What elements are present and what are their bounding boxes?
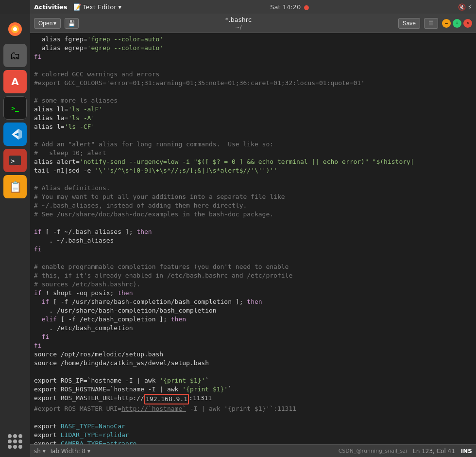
code-line: # sleep 10; alert <box>34 149 476 158</box>
clock: Sat 14:20 <box>270 3 301 11</box>
maximize-button[interactable]: + <box>453 19 461 28</box>
code-line: if [ -f ~/.bash_aliases ]; then <box>34 228 476 236</box>
code-line: #export GCC_COLORS='error=01;31:warning=… <box>34 79 476 88</box>
file-title: *.bashrc ~/ <box>83 16 394 31</box>
code-line: # enable programmable completion feature… <box>34 263 476 271</box>
code-line: alias fgrep='fgrep --color=auto' <box>34 35 476 44</box>
code-line: . /usr/share/bash-completion/bash_comple… <box>34 306 476 315</box>
code-line: alias l='ls -CF' <box>34 123 476 131</box>
minimize-button[interactable]: – <box>442 19 451 28</box>
status-bar: sh ▾ Tab Width: 8 ▾ CSDN_@running_snail_… <box>30 444 476 457</box>
code-editor[interactable]: alias fgrep='fgrep --color=auto' alias e… <box>30 33 476 444</box>
svg-point-2 <box>13 27 17 31</box>
sidebar-icon-console[interactable]: >_ <box>3 149 27 172</box>
code-line: elif [ -f /etc/bash_completion ]; then <box>34 315 476 324</box>
toolbar: Open ▾ 💾 *.bashrc ~/ Save ☰ – + × <box>30 14 476 33</box>
code-line: fi <box>34 53 476 61</box>
activities-button[interactable]: Activities <box>34 3 68 11</box>
open-button[interactable]: Open ▾ <box>34 18 61 29</box>
code-line: # colored GCC warnings and errors <box>34 70 476 79</box>
editor-mode: INS <box>461 448 472 455</box>
code-line: tail -n1|sed -e '\''s/^\s*[0-9]\+\s*//;s… <box>34 166 476 175</box>
code-line: source /opt/ros/melodic/setup.bash <box>34 350 476 359</box>
sidebar-apps-grid[interactable] <box>3 430 27 453</box>
code-line: if [ -f /usr/share/bash-completion/bash_… <box>34 298 476 306</box>
window-controls: – + × <box>442 19 472 28</box>
save-doc-button[interactable]: 💾 <box>65 18 79 29</box>
sidebar-icon-terminal[interactable]: >_ <box>3 96 27 120</box>
code-line: alias egrep='egrep --color=auto' <box>34 44 476 53</box>
language-selector[interactable]: sh ▾ <box>34 448 46 455</box>
status-icons: 🔇 ⚡ <box>458 3 472 11</box>
code-line <box>34 368 476 376</box>
code-line: # Alias definitions. <box>34 184 476 193</box>
code-line: # See /usr/share/doc/bash-doc/examples i… <box>34 210 476 219</box>
code-line: export BASE_TYPE=NanoCar <box>34 422 476 431</box>
app-title-text: Text Editor <box>83 3 117 11</box>
close-button[interactable]: × <box>463 19 472 28</box>
code-line: # sources /etc/bash.bashrc). <box>34 280 476 289</box>
code-line: export CAMERA_TYPE=astrapro <box>34 439 476 444</box>
code-line <box>34 219 476 228</box>
svg-text:>_: >_ <box>11 157 19 165</box>
code-line: export ROS_HOSTNAME=`hostname -I | awk '… <box>34 385 476 394</box>
code-line: #export ROS_MASTER_URI=http://`hostname`… <box>34 404 476 413</box>
code-line <box>34 254 476 263</box>
code-line: fi <box>34 333 476 341</box>
code-line <box>34 413 476 422</box>
code-line <box>34 131 476 140</box>
code-line: fi <box>34 245 476 254</box>
code-line: alias ll='ls -alF' <box>34 105 476 114</box>
highlighted-ip: 192.168.9.1 <box>144 394 189 404</box>
code-line: . ~/.bash_aliases <box>34 236 476 245</box>
code-line: . /etc/bash_completion <box>34 324 476 333</box>
sidebar: 🗂 A >_ >_ 📋 <box>0 14 30 457</box>
code-line: # You may want to put all your additions… <box>34 193 476 201</box>
code-line <box>34 88 476 96</box>
code-line: fi <box>34 341 476 350</box>
app-icon: 📝 <box>73 3 81 11</box>
recording-dot: ● <box>304 3 309 11</box>
tab-width-selector[interactable]: Tab Width: 8 ▾ <box>50 448 90 455</box>
code-line: if ! shopt -oq posix; then <box>34 289 476 298</box>
user-info: CSDN_@running_snail_szi <box>339 448 407 454</box>
code-line: alias alert='notify-send --urgency=low -… <box>34 158 476 166</box>
code-line: # this, if it's already enabled in /etc/… <box>34 271 476 280</box>
sidebar-icon-vscode[interactable] <box>3 123 27 146</box>
code-line: export ROS_IP=`hostname -I | awk '{print… <box>34 376 476 385</box>
code-line: export LIDAR_TYPE=rplidar <box>34 431 476 439</box>
code-line <box>34 175 476 184</box>
code-line: source /home/bingda/catkin_ws/devel/setu… <box>34 359 476 368</box>
sidebar-icon-software[interactable]: A <box>3 70 27 93</box>
app-title-arrow[interactable]: ▾ <box>119 3 122 11</box>
sidebar-icon-firefox[interactable] <box>3 18 27 41</box>
code-line <box>34 61 476 70</box>
code-line: # ~/.bash_aliases, instead of adding the… <box>34 201 476 210</box>
save-button[interactable]: Save <box>398 18 420 29</box>
app-title-bar: 📝 Text Editor ▾ <box>73 3 121 11</box>
cursor-position: Ln 123, Col 41 <box>413 448 455 455</box>
sidebar-icon-files[interactable]: 🗂 <box>3 44 27 67</box>
code-line: # Add an "alert" alias for long running … <box>34 140 476 149</box>
menu-button[interactable]: ☰ <box>424 18 438 29</box>
code-line: # some more ls aliases <box>34 96 476 105</box>
system-bar: Activities 📝 Text Editor ▾ Sat 14:20 ● 🔇… <box>30 0 476 14</box>
sidebar-icon-notes[interactable]: 📋 <box>3 175 27 198</box>
code-line: alias la='ls -A' <box>34 114 476 123</box>
ros-master-uri-line: export ROS_MASTER_URI=http://192.168.9.1… <box>34 394 476 404</box>
